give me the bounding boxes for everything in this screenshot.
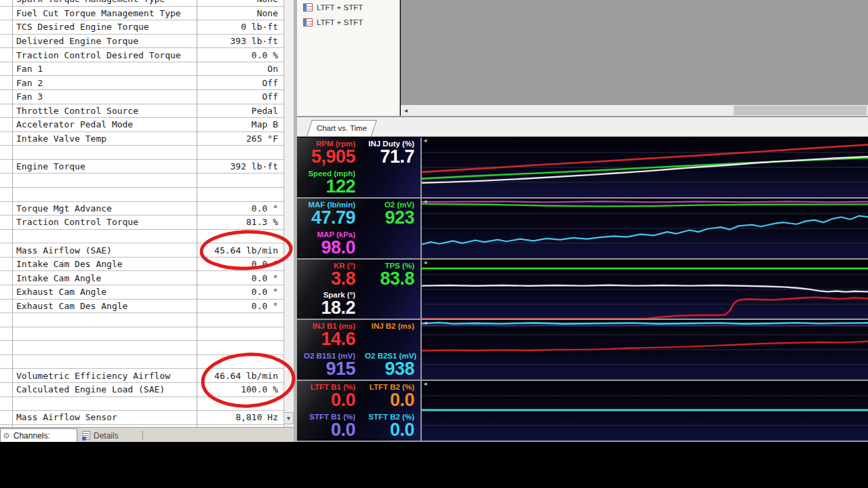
channel-value: None: [198, 7, 278, 20]
gauge-value: 915: [297, 360, 355, 378]
vertical-scrollbar[interactable]: [283, 0, 294, 427]
workspace-empty-area: [401, 0, 868, 105]
gauge-cell: INJ Duty (%)71.7: [365, 138, 420, 167]
trace-o2: [422, 204, 868, 207]
table-row[interactable]: Fan 2Off: [0, 76, 283, 90]
table-row[interactable]: Traction Control Torque81.3 %: [0, 216, 283, 230]
table-row[interactable]: [0, 341, 283, 355]
strip-chart[interactable]: ◄: [422, 320, 868, 380]
table-row[interactable]: Exhaust Cam Des Angle0.0 °: [0, 300, 283, 314]
gauge-cell: O2 B1S1 (mV)915: [297, 350, 365, 380]
strip-cursor-icon: ◄: [422, 260, 428, 266]
gauge-value: 122: [297, 178, 355, 195]
chart-tab-label: Chart vs. Time: [307, 120, 372, 136]
tab-channels[interactable]: ⚙ Channels:: [0, 428, 77, 443]
gauge-cell: INJ B2 (ms): [365, 320, 420, 350]
tab-chart-vs-time[interactable]: Chart vs. Time: [307, 120, 372, 136]
channel-value: 46.64 lb/min: [198, 369, 278, 382]
channel-name: [16, 355, 194, 369]
strip-chart[interactable]: ◄: [422, 381, 868, 441]
strip-cursor-icon: ◄: [422, 199, 428, 205]
gauge-cell: RPM (rpm)5,905: [297, 138, 365, 167]
channel-name: TCS Desired Engine Torque: [16, 20, 194, 34]
list-item-label: LTFT + STFT: [317, 18, 363, 26]
horizontal-scroll-thumb[interactable]: [734, 106, 867, 115]
gauge-panel[interactable]: INJ B1 (ms)14.6INJ B2 (ms)O2 B1S1 (mV)91…: [297, 320, 420, 380]
gauge-cell: LTFT B1 (%)0.0: [297, 381, 365, 411]
table-row[interactable]: Traction Control Desired Torque0.0 %: [0, 48, 283, 62]
channel-name: [16, 146, 194, 159]
table-row[interactable]: Spark Torque Management TypeNone: [0, 0, 283, 7]
trace-maf: [422, 216, 868, 244]
table-row[interactable]: [0, 397, 283, 411]
table-row[interactable]: Fuel Cut Torque Management TypeNone: [0, 7, 283, 21]
horizontal-scrollbar[interactable]: ◄: [401, 105, 868, 116]
table-row[interactable]: Accelerator Pedal ModeMap B: [0, 118, 283, 132]
channel-name: Fuel Cut Torque Management Type: [16, 7, 194, 20]
table-row[interactable]: [0, 313, 283, 327]
table-row[interactable]: Calculated Engine Load (SAE)100.0 %: [0, 383, 283, 397]
channel-name: [16, 397, 194, 411]
gauge-cell: MAF (lb/min)47.79: [297, 199, 365, 228]
table-row[interactable]: Intake Cam Angle0.0 °: [0, 271, 283, 285]
tab-details[interactable]: Details: [80, 429, 142, 442]
list-item-ltft-stft[interactable]: LTFT + STFT: [297, 15, 399, 30]
strip-chart[interactable]: ◄: [422, 260, 868, 319]
table-row[interactable]: Delivered Engine Torque393 lb·ft: [0, 35, 283, 49]
tab-channels-label: Channels:: [14, 431, 50, 441]
channel-table: Spark Torque Management TypeNoneFuel Cut…: [0, 0, 283, 427]
scroll-left-button[interactable]: ◄: [401, 105, 411, 116]
list-item-ltft-stft[interactable]: LTFT + STFT: [297, 0, 399, 15]
table-row[interactable]: Throttle Control SourcePedal: [0, 104, 283, 119]
table-row[interactable]: Intake Valve Temp265 °F: [0, 132, 283, 146]
table-row[interactable]: Fan 1On: [0, 62, 283, 77]
gauge-panel[interactable]: RPM (rpm)5,905INJ Duty (%)71.7Speed (mph…: [297, 138, 420, 197]
trace-spark: [422, 285, 868, 291]
gauge-panel[interactable]: LTFT B1 (%)0.0LTFT B2 (%)0.0STFT B1 (%)0…: [297, 381, 420, 441]
channel-value: 100.0 %: [198, 383, 278, 396]
chart-strip-row: LTFT B1 (%)0.0LTFT B2 (%)0.0STFT B1 (%)0…: [297, 381, 868, 441]
gauge-cell: STFT B1 (%)0.0: [297, 411, 365, 441]
channel-name: Traction Control Desired Torque: [16, 48, 194, 62]
table-row[interactable]: Intake Cam Des Angle0.0 °: [0, 258, 283, 272]
tab-details-label: Details: [94, 431, 119, 441]
gauge-cell: INJ B1 (ms)14.6: [297, 320, 365, 350]
table-row[interactable]: [0, 230, 283, 244]
table-row[interactable]: [0, 146, 283, 160]
gauge-panel[interactable]: KR (°)3.8TPS (%)83.8Spark (°)18.2: [297, 260, 420, 319]
channel-name: Fan 1: [16, 62, 194, 76]
table-row[interactable]: Torque Mgt Advance0.0 °: [0, 202, 283, 216]
table-row[interactable]: TCS Desired Engine Torque0 lb·ft: [0, 20, 283, 35]
table-row[interactable]: [0, 188, 283, 202]
strip-cursor-icon: ◄: [422, 382, 428, 387]
trace-inj-duty: [422, 157, 868, 183]
channel-value: Off: [198, 76, 278, 89]
channel-value: [198, 313, 278, 327]
strip-chart[interactable]: ◄: [422, 199, 868, 258]
channel-value: 0.0 %: [198, 48, 278, 62]
table-column-divider: [197, 0, 197, 427]
strip-chart[interactable]: ◄: [422, 138, 868, 197]
gauge-panel[interactable]: MAF (lb/min)47.79O2 (mV)923MAP (kPa)98.0: [297, 199, 420, 258]
table-row[interactable]: [0, 355, 283, 369]
channel-value: [198, 341, 278, 354]
channel-value: 265 °F: [198, 132, 278, 146]
table-grid-icon: [303, 3, 313, 12]
table-row[interactable]: Mass Airflow (SAE)45.64 lb/min: [0, 243, 283, 258]
chart-tab-bar: Chart vs. Time: [297, 117, 868, 137]
channel-group-list: LTFT + STFTLTFT + STFT: [297, 0, 400, 117]
table-row[interactable]: Exhaust Cam Angle0.0 °: [0, 285, 283, 300]
table-row[interactable]: Fan 3Off: [0, 90, 283, 104]
channel-value: 0.0 °: [198, 300, 278, 313]
table-row[interactable]: Volumetric Efficiency Airflow46.64 lb/mi…: [0, 369, 283, 383]
table-row[interactable]: [0, 327, 283, 342]
channel-name: Spark Torque Management Type: [16, 0, 194, 6]
gauge-cell: [365, 167, 420, 197]
vcm-scanner-window: Spark Torque Management TypeNoneFuel Cut…: [0, 0, 868, 488]
channel-name: Engine Torque: [16, 160, 194, 174]
table-row[interactable]: [0, 174, 283, 188]
scroll-down-button[interactable]: ▼: [283, 412, 294, 424]
table-row[interactable]: Engine Torque392 lb·ft: [0, 160, 283, 174]
table-row[interactable]: Mass Airflow Sensor8,810 Hz: [0, 411, 283, 425]
channel-value: 393 lb·ft: [198, 35, 278, 48]
